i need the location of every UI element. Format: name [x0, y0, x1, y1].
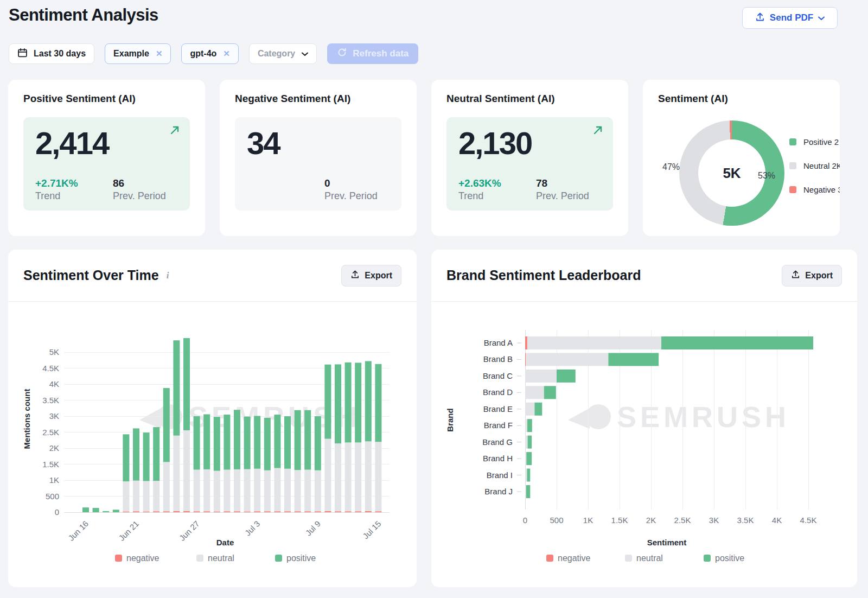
time-bar-positive[interactable] — [355, 362, 361, 442]
brand-bar-neutral[interactable] — [525, 452, 526, 465]
brand-bar-positive[interactable] — [661, 336, 813, 349]
time-bar-positive[interactable] — [264, 418, 271, 470]
brand-bar-positive[interactable] — [527, 469, 530, 482]
time-bar-neutral[interactable] — [345, 442, 352, 511]
brand-bar-neutral[interactable] — [525, 419, 527, 432]
time-bar-positive[interactable] — [194, 416, 200, 470]
brand-bar-neutral[interactable] — [525, 386, 544, 399]
time-bar-positive[interactable] — [173, 340, 180, 436]
time-bar-neutral[interactable] — [315, 470, 321, 512]
brand-bar-positive[interactable] — [557, 370, 576, 383]
date-range-picker[interactable]: Last 30 days — [9, 43, 94, 64]
time-bar-negative[interactable] — [203, 511, 210, 512]
time-bar-negative[interactable] — [304, 511, 311, 512]
time-bar-neutral[interactable] — [183, 430, 190, 511]
time-bar-positive[interactable] — [254, 416, 260, 468]
filter-chip-gpt-4o[interactable]: gpt-4o ✕ — [181, 43, 238, 64]
time-bar-positive[interactable] — [304, 410, 311, 470]
brand-bar-neutral[interactable] — [525, 370, 557, 383]
time-bar-positive[interactable] — [113, 510, 119, 512]
time-bar-neutral[interactable] — [194, 470, 200, 512]
time-bar-negative[interactable] — [183, 511, 190, 512]
time-bar-neutral[interactable] — [264, 470, 271, 512]
time-bar-negative[interactable] — [264, 511, 271, 512]
time-bar-negative[interactable] — [274, 511, 280, 512]
time-bar-negative[interactable] — [365, 511, 372, 512]
brand-bar-negative[interactable] — [525, 336, 527, 349]
time-bar-negative[interactable] — [214, 512, 220, 512]
time-bar-positive[interactable] — [82, 507, 89, 512]
time-bar-neutral[interactable] — [375, 442, 381, 511]
time-bar-negative[interactable] — [234, 511, 240, 512]
brand-bar-neutral[interactable] — [525, 436, 528, 449]
time-bar-negative[interactable] — [153, 511, 159, 512]
brand-bar-neutral[interactable] — [525, 485, 526, 498]
time-bar-neutral[interactable] — [355, 442, 361, 511]
brand-bar-neutral[interactable] — [525, 403, 534, 416]
time-bar-negative[interactable] — [194, 511, 200, 512]
time-bar-neutral[interactable] — [254, 469, 260, 511]
time-bar-negative[interactable] — [173, 511, 180, 512]
time-bar-negative[interactable] — [254, 511, 260, 512]
brand-bar-positive[interactable] — [608, 353, 659, 366]
brand-bar-positive[interactable] — [544, 386, 556, 399]
brand-bar-positive[interactable] — [526, 485, 531, 498]
time-bar-negative[interactable] — [163, 511, 170, 512]
time-bar-positive[interactable] — [224, 415, 230, 469]
time-bar-positive[interactable] — [324, 365, 331, 439]
time-bar-positive[interactable] — [365, 361, 372, 442]
time-bar-negative[interactable] — [335, 511, 341, 512]
time-bar-positive[interactable] — [143, 432, 150, 481]
info-icon[interactable]: i — [167, 270, 169, 281]
time-bar-positive[interactable] — [93, 508, 99, 512]
brand-bar-positive[interactable] — [528, 436, 532, 449]
time-bar-neutral[interactable] — [304, 470, 311, 512]
brand-bar-neutral[interactable] — [526, 353, 608, 366]
export-button[interactable]: Export — [782, 265, 842, 287]
refresh-data-button[interactable]: Refresh data — [327, 43, 418, 64]
time-bar-neutral[interactable] — [365, 441, 372, 511]
time-bar-positive[interactable] — [203, 414, 210, 469]
brand-bar-neutral[interactable] — [525, 469, 527, 482]
brand-bar-positive[interactable] — [534, 403, 542, 416]
time-bar-positive[interactable] — [214, 417, 220, 470]
close-icon[interactable]: ✕ — [156, 49, 163, 59]
time-bar-neutral[interactable] — [163, 462, 170, 511]
time-bar-neutral[interactable] — [173, 436, 180, 511]
time-bar-negative[interactable] — [133, 511, 139, 512]
time-bar-neutral[interactable] — [284, 469, 291, 511]
time-bar-positive[interactable] — [315, 416, 321, 470]
time-bar-positive[interactable] — [183, 338, 190, 430]
time-bar-positive[interactable] — [123, 434, 129, 481]
brand-bar-neutral[interactable] — [527, 336, 661, 349]
time-bar-neutral[interactable] — [224, 470, 230, 512]
time-bar-neutral[interactable] — [234, 469, 240, 511]
time-bar-negative[interactable] — [355, 511, 361, 512]
brand-bar-positive[interactable] — [527, 419, 532, 432]
time-bar-negative[interactable] — [295, 511, 301, 512]
time-bar-neutral[interactable] — [244, 469, 251, 512]
brand-bar-positive[interactable] — [526, 452, 532, 465]
time-bar-negative[interactable] — [324, 511, 331, 512]
time-bar-positive[interactable] — [133, 428, 139, 480]
time-bar-negative[interactable] — [284, 511, 291, 512]
time-bar-positive[interactable] — [295, 410, 301, 470]
time-bar-neutral[interactable] — [143, 481, 150, 511]
time-bar-neutral[interactable] — [203, 469, 210, 511]
time-bar-neutral[interactable] — [295, 470, 301, 511]
time-bar-positive[interactable] — [345, 362, 352, 443]
time-bar-positive[interactable] — [153, 427, 159, 481]
time-bar-positive[interactable] — [284, 416, 291, 469]
time-bar-neutral[interactable] — [274, 468, 280, 512]
time-bar-neutral[interactable] — [133, 481, 139, 512]
time-bar-neutral[interactable] — [324, 439, 331, 511]
send-pdf-button[interactable]: Send PDF — [742, 7, 838, 29]
time-bar-negative[interactable] — [224, 511, 230, 512]
time-bar-positive[interactable] — [244, 417, 251, 469]
time-bar-negative[interactable] — [315, 511, 321, 512]
time-bar-positive[interactable] — [163, 388, 170, 462]
time-bar-neutral[interactable] — [153, 481, 159, 511]
time-bar-neutral[interactable] — [123, 481, 129, 511]
time-bar-positive[interactable] — [274, 415, 280, 468]
time-bar-positive[interactable] — [234, 410, 240, 469]
